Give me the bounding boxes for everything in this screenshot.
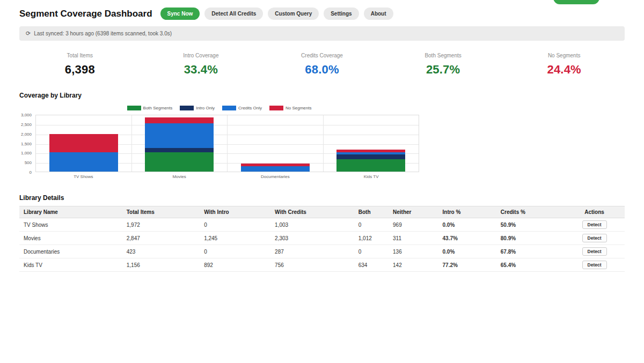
actions-cell: Detect <box>564 245 625 258</box>
column-header-both: Both <box>354 206 389 218</box>
legend-label: Intro Only <box>196 106 215 110</box>
stat-value: 33.4% <box>141 63 262 77</box>
table-cell: 65.4% <box>496 258 564 272</box>
y-tick-label: 500 <box>25 160 32 165</box>
table-cell: 634 <box>354 258 389 272</box>
bar-segment <box>145 148 214 152</box>
stat-credits-coverage: Credits Coverage 68.0% <box>261 53 383 77</box>
column-header-total-items: Total Items <box>122 206 200 218</box>
table-cell: 0 <box>354 218 389 232</box>
table-cell: 136 <box>389 245 438 258</box>
table-cell: 1,012 <box>354 232 389 245</box>
sync-status-text: Last synced: 3 hours ago (6398 items sca… <box>34 31 172 36</box>
bar-segment <box>145 123 214 148</box>
stat-intro-coverage: Intro Coverage 33.4% <box>141 53 262 77</box>
bar-segment <box>49 134 118 153</box>
y-tick-label: 0 <box>30 170 32 175</box>
detect-button[interactable]: Detect <box>582 247 607 256</box>
table-cell: 0 <box>200 218 270 232</box>
chart-category-cell <box>323 115 419 172</box>
legend-swatch <box>269 106 283 110</box>
table-cell: 1,972 <box>122 218 200 232</box>
table-cell: Movies <box>19 232 122 245</box>
column-header-neither: Neither <box>389 206 438 218</box>
stacked-bar <box>145 117 214 172</box>
table-row: TV Shows1,97201,00309690.0%50.9%Detect <box>19 218 625 232</box>
chart-plot-row: 05001,0001,5002,0002,5003,000 <box>19 115 419 172</box>
table-cell: 50.9% <box>496 218 564 232</box>
stat-total-items: Total Items 6,398 <box>19 53 141 77</box>
table-cell: Documentaries <box>19 245 122 258</box>
y-tick-label: 2,000 <box>21 132 32 137</box>
settings-button[interactable]: Settings <box>324 8 358 20</box>
bar-segment <box>145 152 214 172</box>
stat-value: 6,398 <box>19 63 141 77</box>
stat-value: 25.7% <box>383 63 504 77</box>
about-button[interactable]: About <box>364 8 393 20</box>
stat-label: Total Items <box>19 53 141 58</box>
custom-query-button[interactable]: Custom Query <box>268 8 319 20</box>
detect-all-credits-button[interactable]: Detect All Credits <box>204 8 263 20</box>
stat-label: Credits Coverage <box>261 53 383 58</box>
chart-category-cell <box>227 115 323 172</box>
chart-category-cell <box>36 115 131 172</box>
table-cell: TV Shows <box>19 218 122 232</box>
x-tick-label: Movies <box>131 174 228 179</box>
sync-now-button[interactable]: Sync Now <box>160 8 200 20</box>
top-right-button[interactable] <box>553 0 599 4</box>
detect-button[interactable]: Detect <box>582 261 607 269</box>
column-header-actions: Actions <box>564 206 625 218</box>
table-section-title: Library Details <box>19 194 625 202</box>
table-row: Kids TV1,15689275663414277.2%65.4%Detect <box>19 258 625 272</box>
refresh-icon: ⟳ <box>26 30 31 37</box>
table-cell: 756 <box>270 258 354 272</box>
stats-row: Total Items 6,398 Intro Coverage 33.4% C… <box>19 53 625 77</box>
detect-button[interactable]: Detect <box>582 220 607 229</box>
column-header-library-name: Library Name <box>19 206 122 218</box>
chart-x-axis: TV ShowsMoviesDocumentariesKids TV <box>35 172 419 179</box>
x-tick-label: Kids TV <box>323 174 419 179</box>
chart-section-title: Coverage by Library <box>19 92 625 99</box>
stat-label: Intro Coverage <box>141 53 262 58</box>
page-title: Segment Coverage Dashboard <box>19 9 152 19</box>
stat-both-segments: Both Segments 25.7% <box>383 53 504 77</box>
chart-legend: Both SegmentsIntro OnlyCredits OnlyNo Se… <box>19 106 419 110</box>
bar-segment <box>336 159 405 172</box>
bar-segment <box>49 152 118 172</box>
table-cell: 969 <box>389 218 438 232</box>
table-cell: 0.0% <box>438 245 496 258</box>
actions-cell: Detect <box>564 258 625 272</box>
legend-label: No Segments <box>286 106 311 110</box>
y-tick-label: 3,000 <box>21 113 32 117</box>
y-tick-label: 1,500 <box>21 142 32 146</box>
table-cell: 1,003 <box>270 218 354 232</box>
legend-label: Credits Only <box>238 106 262 110</box>
stacked-bar <box>241 164 310 172</box>
column-header-with-intro: With Intro <box>200 206 270 218</box>
chart-plot <box>35 115 419 172</box>
legend-item: Intro Only <box>180 106 215 110</box>
table-cell: 892 <box>200 258 270 272</box>
y-tick-label: 2,500 <box>21 122 32 127</box>
table-header-row: Library Name Total Items With Intro With… <box>19 206 625 218</box>
x-tick-label: TV Shows <box>35 174 131 179</box>
table-cell: Kids TV <box>19 258 122 272</box>
table-cell: 2,847 <box>122 232 200 245</box>
legend-swatch <box>222 106 236 110</box>
table-cell: 77.2% <box>438 258 496 272</box>
legend-label: Both Segments <box>143 106 173 110</box>
table-cell: 1,245 <box>200 232 270 245</box>
x-tick-label: Documentaries <box>228 174 324 179</box>
legend-item: Credits Only <box>222 106 262 110</box>
stat-no-segments: No Segments 24.4% <box>503 53 625 77</box>
sync-status-bar: ⟳ Last synced: 3 hours ago (6398 items s… <box>19 26 625 41</box>
chart-y-axis: 05001,0001,5002,0002,5003,000 <box>19 115 35 172</box>
legend-item: Both Segments <box>127 106 173 110</box>
detect-button[interactable]: Detect <box>582 234 607 242</box>
legend-swatch <box>180 106 194 110</box>
library-table-wrap: Library Name Total Items With Intro With… <box>19 206 625 272</box>
bar-segment <box>336 154 405 159</box>
chart-x-axis-row: TV ShowsMoviesDocumentariesKids TV <box>19 172 419 179</box>
axis-spacer <box>19 172 35 179</box>
legend-swatch <box>127 106 141 110</box>
